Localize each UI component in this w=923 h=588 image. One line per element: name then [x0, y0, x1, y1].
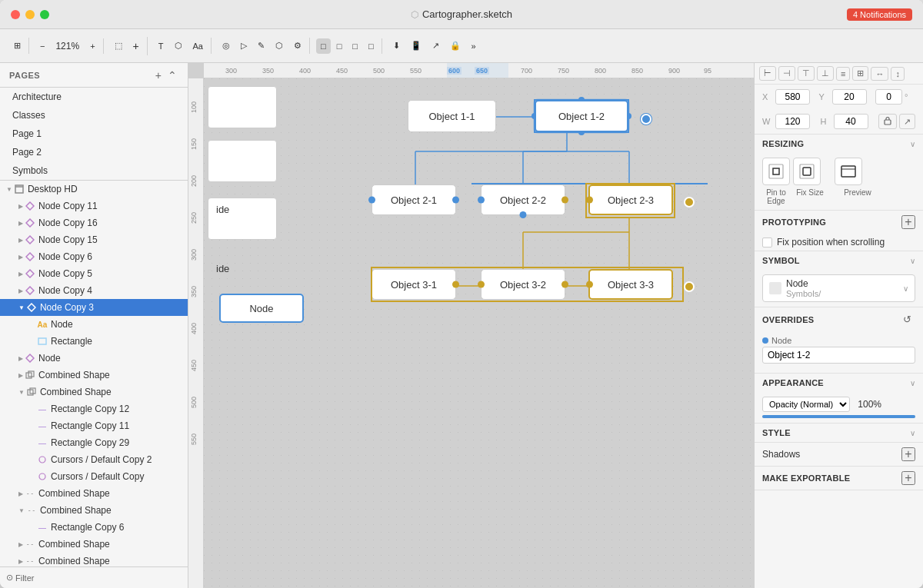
expand-node3-icon[interactable]: ▼	[18, 304, 25, 311]
placeholder-rect-1[interactable]	[208, 86, 277, 128]
layer-node-text[interactable]: ▶ Aa Node	[0, 316, 188, 333]
expand-node15-icon[interactable]: ▶	[18, 237, 23, 244]
w-input[interactable]	[775, 114, 810, 129]
node-object-3-2[interactable]: Object 3-2	[481, 269, 565, 300]
node-label-box[interactable]: Node	[219, 294, 304, 323]
align-left-btn[interactable]: ⊢	[759, 66, 776, 81]
layer-node-copy-3[interactable]: ▼ Node Copy 3	[0, 299, 188, 316]
shape2-btn[interactable]: ⬡	[271, 38, 288, 54]
expand-cs1-icon[interactable]: ▶	[18, 372, 23, 379]
add-shadow-btn[interactable]: +	[901, 447, 915, 461]
node-object-2-3[interactable]: Object 2-3	[588, 184, 673, 215]
preview-btn[interactable]	[835, 158, 862, 185]
page-item-classes[interactable]: Classes	[0, 106, 188, 125]
layer-rect-copy-6[interactable]: ▶ — Rectangle Copy 6	[0, 519, 188, 536]
maximize-button[interactable]	[40, 10, 49, 19]
layer-cursors-default-2[interactable]: ▶ Cursors / Default Copy 2	[0, 451, 188, 468]
layer-node-copy-4[interactable]: ▶ Node Copy 4	[0, 282, 188, 299]
expand-cs5-icon[interactable]: ▶	[18, 541, 23, 548]
refresh-overrides-btn[interactable]: ↺	[899, 312, 915, 327]
arrange4-btn[interactable]: □	[364, 38, 378, 54]
layer-combined-shape-5[interactable]: ▶ - - Combined Shape	[0, 536, 188, 553]
layer-node-copy-6[interactable]: ▶ Node Copy 6	[0, 248, 188, 265]
align-right-btn[interactable]: ⊤	[798, 66, 815, 81]
layer-combined-shape-3[interactable]: ▶ - - Combined Shape	[0, 485, 188, 502]
node-object-1-1[interactable]: Object 1-1	[408, 100, 496, 132]
layer-combined-shape-1[interactable]: ▶ Combined Shape	[0, 367, 188, 384]
expand-node-icon[interactable]: ▶	[18, 355, 23, 362]
fix-position-checkbox[interactable]	[762, 238, 772, 247]
node-object-2-2[interactable]: Object 2-2	[481, 184, 565, 215]
layer-cursors-default[interactable]: ▶ Cursors / Default Copy	[0, 468, 188, 485]
insert-btn[interactable]: ⬚	[110, 38, 127, 54]
layer-node-copy-15[interactable]: ▶ Node Copy 15	[0, 231, 188, 248]
page-item-architecture[interactable]: Architecture	[0, 88, 188, 106]
filter-button[interactable]: ⊙ Filter	[6, 573, 34, 583]
appearance-header[interactable]: APPEARANCE ∨	[755, 374, 923, 392]
layer-node[interactable]: ▶ Node	[0, 350, 188, 367]
notification-badge[interactable]: 4 Notifications	[847, 8, 912, 21]
expand-node6-icon[interactable]: ▶	[18, 254, 23, 261]
arrange3-btn[interactable]: □	[348, 38, 362, 54]
close-button[interactable]	[11, 10, 20, 19]
align-bottom-btn[interactable]: ⊞	[852, 66, 868, 81]
expand-node16-icon[interactable]: ▶	[18, 220, 23, 227]
layer-rect-copy-12[interactable]: ▶ — Rectangle Copy 12	[0, 400, 188, 417]
distribute-h-btn[interactable]: ↔	[871, 67, 888, 81]
shape-tool-btn[interactable]: ⬡	[170, 38, 187, 54]
layer-rect-copy-11[interactable]: ▶ — Rectangle Copy 11	[0, 417, 188, 434]
layer-node-copy-16[interactable]: ▶ Node Copy 16	[0, 214, 188, 231]
expand-node4-icon[interactable]: ▶	[18, 287, 23, 294]
layer-rect-copy-29[interactable]: ▶ — Rectangle Copy 29	[0, 434, 188, 451]
symbol-selector[interactable]: Node Symbols/ ∨	[762, 274, 915, 302]
prototyping-header[interactable]: PROTOTYPING +	[755, 211, 923, 234]
align-center-btn[interactable]: ⊣	[778, 66, 795, 81]
layer-desktop-hd[interactable]: ▼ Desktop HD	[0, 181, 188, 198]
canvas-area[interactable]: 300 350 400 450 500 550 600 650 700 750 …	[188, 63, 754, 588]
node-object-3-3[interactable]: Object 3-3	[588, 269, 673, 300]
export-btn[interactable]: ⬇	[388, 38, 405, 54]
fill-btn[interactable]: ◎	[218, 38, 235, 54]
mirror-btn[interactable]: 📱	[406, 38, 426, 54]
layer-combined-shape-6[interactable]: ▶ - - Combined Shape	[0, 553, 188, 566]
lock-ratio-btn[interactable]	[878, 114, 897, 129]
collapse-pages-btn[interactable]: ⌃	[166, 68, 178, 83]
toggle-panels-btn[interactable]: ⊞	[9, 38, 25, 54]
y-input[interactable]	[832, 89, 867, 105]
share-btn[interactable]: ↗	[428, 38, 444, 54]
resizing-header[interactable]: RESIZING ∨	[755, 135, 923, 153]
pin-to-edge-btn[interactable]	[762, 158, 790, 185]
lock-btn[interactable]: 🔒	[445, 38, 465, 54]
overrides-header[interactable]: Overrides ↺	[755, 307, 923, 331]
expand-desktop-hd-icon[interactable]: ▼	[6, 186, 12, 193]
page-item-page2[interactable]: Page 2	[0, 143, 188, 161]
font-btn[interactable]: Aa	[188, 38, 208, 54]
arrange-btn[interactable]: □	[316, 38, 331, 54]
add-prototype-btn[interactable]: +	[901, 215, 915, 229]
minimize-button[interactable]	[25, 10, 35, 19]
canvas-bg[interactable]: Node ide ide	[204, 78, 754, 588]
add-exportable-btn[interactable]: +	[901, 471, 915, 485]
node-object-1-2[interactable]: Object 1-2	[535, 100, 628, 132]
expand-node5-icon[interactable]: ▶	[18, 271, 23, 277]
align-middle-btn[interactable]: ≡	[836, 67, 850, 81]
settings-btn[interactable]: ⚙	[289, 38, 306, 54]
layer-node-copy-5[interactable]: ▶ Node Copy 5	[0, 265, 188, 282]
add-btn[interactable]: +	[128, 37, 144, 55]
pencil-btn[interactable]: ✎	[253, 38, 269, 54]
align-top-btn[interactable]: ⊥	[817, 66, 834, 81]
layer-combined-shape-2[interactable]: ▼ Combined Shape	[0, 384, 188, 400]
distribute-v-btn[interactable]: ↕	[891, 67, 905, 81]
layer-combined-shape-4[interactable]: ▼ - - Combined Shape	[0, 502, 188, 519]
canvas-content[interactable]: Node ide ide	[204, 78, 754, 588]
symbol-header[interactable]: SYMBOL ∨	[755, 251, 923, 270]
page-item-symbols[interactable]: Symbols	[0, 161, 188, 180]
expand-cs6-icon[interactable]: ▶	[18, 558, 23, 565]
border-btn[interactable]: ▷	[236, 38, 252, 54]
expand-node11-icon[interactable]: ▶	[18, 203, 23, 210]
layer-rectangle[interactable]: ▶ Rectangle	[0, 333, 188, 350]
zoom-in-btn[interactable]: +	[85, 38, 99, 54]
node-object-3-1[interactable]: Object 3-1	[372, 269, 456, 300]
expand-cs3-icon[interactable]: ▶	[18, 490, 23, 497]
opacity-mode-select[interactable]: Opacity (Normal) Multiply Screen	[762, 397, 850, 412]
